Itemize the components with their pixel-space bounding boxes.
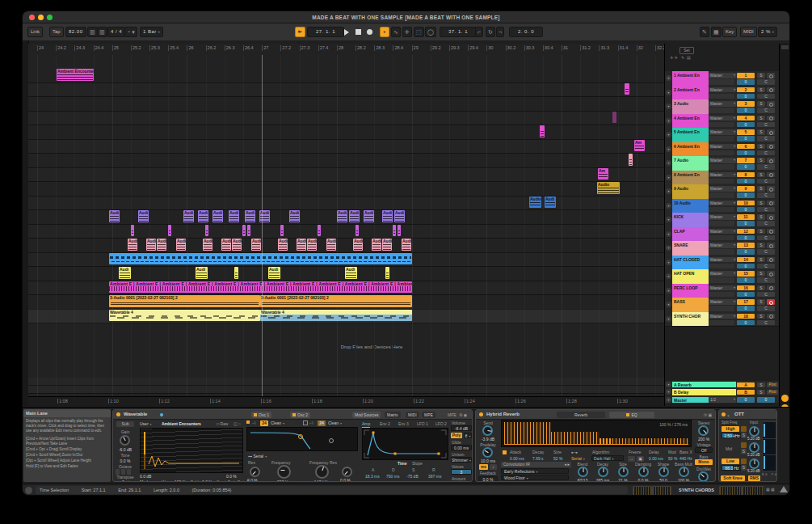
semi-value[interactable]: 0 st [228, 480, 234, 482]
output-routing-menu[interactable]: Master [709, 101, 736, 107]
master-routing-menu[interactable]: 1/2 [709, 397, 736, 403]
band-button[interactable]: High [722, 426, 739, 432]
capture-midi-icon[interactable]: ⬚ [414, 27, 424, 37]
tone-value[interactable]: 0.0 % [113, 458, 137, 463]
computer-midi-keyboard-icon[interactable]: ▦ [711, 27, 722, 37]
clip[interactable]: Audi [183, 210, 194, 222]
track-lane[interactable]: Audio [28, 181, 664, 196]
track-number[interactable]: 2 [737, 87, 755, 93]
input-box[interactable] [709, 150, 734, 156]
send-value[interactable]: 0 [737, 320, 755, 326]
clip[interactable]: Audi [196, 267, 208, 279]
solo-button[interactable]: S [757, 101, 765, 107]
band-gain-value[interactable]: 5.20 dB [747, 453, 760, 457]
envelope-display[interactable] [362, 428, 448, 460]
tab-midi[interactable]: MIDI [406, 412, 419, 418]
wt-position-value[interactable]: 0.0 % [226, 474, 237, 479]
input-box[interactable] [709, 94, 734, 99]
device-thumbnail[interactable] [652, 486, 671, 495]
clip[interactable]: Audi [232, 239, 242, 251]
time-signature-field[interactable]: 4 / 4 [107, 27, 125, 37]
solo-button[interactable]: S [757, 243, 765, 248]
track-header[interactable]: ▾8 Ambient EnMaster8S0C [665, 171, 779, 186]
track-lane[interactable]: AudioAudi [28, 196, 664, 211]
return-name[interactable]: A Reverb [672, 382, 736, 387]
clip[interactable]: Audi [349, 210, 360, 222]
cue-volume[interactable]: 0 [737, 397, 755, 403]
tab-reverb[interactable]: Reverb [557, 412, 605, 418]
device-thumbnail[interactable] [633, 486, 652, 495]
raw-checkbox[interactable]: □ Raw [217, 421, 228, 426]
clip[interactable]: Audi [245, 210, 255, 222]
track-name[interactable]: 1 Ambient En [672, 71, 709, 86]
algorithm-menu[interactable]: Dark Hall [591, 455, 624, 461]
crossfade-assign[interactable]: C [757, 320, 775, 326]
crossfade-assign[interactable]: C [757, 164, 775, 170]
clip[interactable]: Audi [198, 210, 208, 222]
clip[interactable]: Audi [119, 267, 131, 279]
clip[interactable] [625, 83, 629, 95]
grid-icon[interactable]: ▦ ▦ [766, 487, 775, 492]
clip[interactable]: Audi [157, 239, 166, 251]
send-value[interactable]: -3.9 dB [476, 437, 500, 442]
tab-mod-sources[interactable]: Mod Sources [352, 412, 381, 418]
transpose-value[interactable]: 0 st [113, 480, 137, 482]
unison-menu[interactable]: Shimmer [451, 457, 472, 463]
track-header[interactable]: ▾3 AudioMaster3S0C [665, 99, 779, 115]
solo-button[interactable]: S [757, 172, 765, 178]
clip[interactable]: Wavetable 4 [109, 310, 260, 322]
output-routing-menu[interactable]: Master [709, 144, 736, 150]
crossfade-assign[interactable]: C [757, 108, 775, 113]
osc2-on-icon[interactable] [292, 413, 296, 416]
insert-marker-icons[interactable]: ✛ ✛ ✎ ▤ [670, 55, 691, 60]
output-routing-menu[interactable]: Master [709, 299, 736, 305]
crossfade-assign[interactable]: C [757, 277, 775, 283]
rms-button[interactable]: RMS [748, 475, 760, 481]
track-header[interactable]: ▾4 Ambient EnMaster4S0C [665, 114, 779, 129]
attack-value[interactable]: 0.00 ms [510, 456, 524, 461]
clip[interactable]: Audi [229, 210, 239, 222]
poly-button[interactable]: Poly [451, 433, 462, 438]
output-routing-menu[interactable]: Master [709, 285, 736, 291]
freq2-value[interactable]: 4.15 kHz [309, 480, 334, 482]
save-preset-icon[interactable]: ⟳ ▣ [704, 412, 712, 417]
clip[interactable]: Audi [353, 239, 363, 251]
knob-value[interactable]: 265 ms [593, 478, 612, 482]
decay-value[interactable]: 7.69 s [532, 456, 544, 461]
freq1-knob[interactable] [277, 465, 291, 479]
track-number[interactable]: 16 [737, 285, 755, 291]
input-box[interactable] [709, 79, 734, 85]
solo-button[interactable]: S [757, 158, 765, 163]
send-value[interactable]: 0 [737, 192, 755, 198]
arm-button[interactable] [767, 299, 775, 305]
play-button[interactable] [344, 29, 349, 36]
solo-button[interactable]: S [757, 382, 765, 388]
post-toggle[interactable]: Post [767, 382, 778, 388]
wt-mode-menu[interactable]: Modern [140, 480, 157, 482]
scroll-button[interactable] [781, 395, 789, 402]
input-box[interactable] [709, 122, 734, 128]
hot-swap-icon[interactable] [160, 413, 163, 416]
band-gain-knob[interactable] [749, 426, 759, 437]
collapse-icon[interactable]: ▾ [666, 75, 671, 81]
send-value[interactable]: 0 [737, 249, 755, 255]
soft-knee-button[interactable]: Soft Knee [721, 475, 745, 481]
band-gain-knob[interactable] [749, 458, 759, 469]
metronome-icon[interactable]: ◔ ▾ [124, 27, 137, 37]
glide-value[interactable]: 0.00 ms [451, 445, 472, 450]
track-lane[interactable] [28, 153, 664, 168]
clip[interactable]: Audi [402, 239, 411, 251]
track-header[interactable]: ▾2 Ambient EnMaster2S0C [665, 86, 779, 101]
clip[interactable]: Audi [146, 239, 156, 251]
clip[interactable]: Audi [372, 239, 381, 251]
crossfade-assign[interactable]: C [757, 79, 775, 85]
solo-button[interactable]: S [757, 129, 765, 135]
freq1-value[interactable]: 202 Hz [271, 480, 296, 482]
track-header[interactable]: ▾HAT OPENMaster15S0C [665, 269, 779, 285]
clip[interactable]: Am [598, 168, 608, 180]
stereo-value[interactable]: 200 % [692, 437, 715, 442]
collapse-icon[interactable]: ▾ [666, 132, 671, 137]
nudge-up-icon[interactable]: ▥ [97, 27, 107, 37]
band-solo-button[interactable]: S [741, 433, 747, 438]
return-lane[interactable] [28, 385, 664, 393]
